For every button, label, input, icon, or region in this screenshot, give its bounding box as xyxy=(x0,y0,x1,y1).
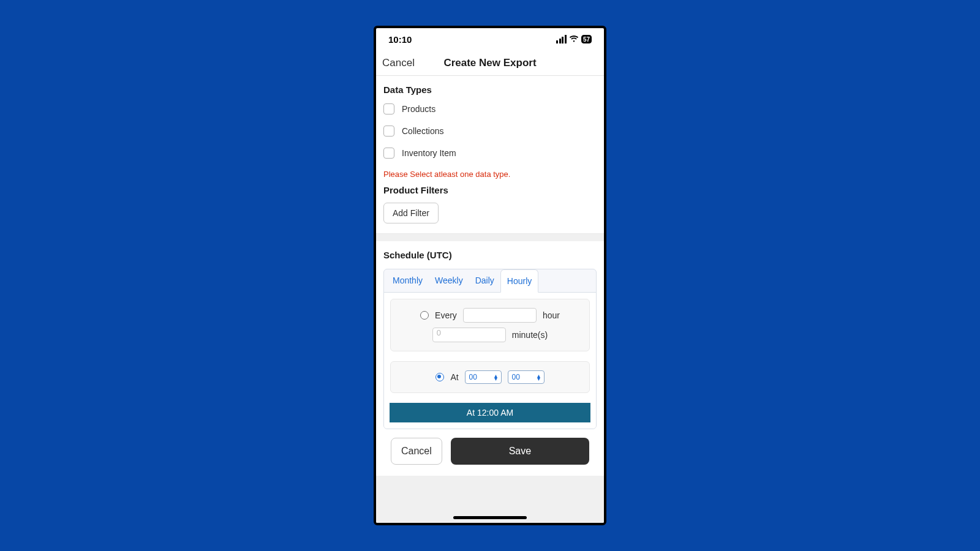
chevron-updown-icon: ▴▾ xyxy=(494,374,497,380)
content-scroll[interactable]: Data Types Products Collections Inventor… xyxy=(376,76,604,523)
data-types-section: Data Types Products Collections Inventor… xyxy=(376,76,604,234)
radio-at[interactable] xyxy=(435,373,444,381)
at-label: At xyxy=(450,372,458,382)
chevron-updown-icon: ▴▾ xyxy=(537,374,540,380)
checkbox-label: Collections xyxy=(402,126,443,136)
product-filters-title: Product Filters xyxy=(383,185,597,195)
home-indicator xyxy=(453,516,527,519)
tabs-body: Every hour 0 minute(s) At xyxy=(384,292,596,429)
phone-frame: 10:10 57 Cancel Create New Export Data T… xyxy=(374,26,606,525)
checkbox-products[interactable] xyxy=(383,103,394,114)
tab-daily[interactable]: Daily xyxy=(469,269,500,292)
option-every: Every hour 0 minute(s) xyxy=(390,299,590,351)
option-at: At 00 ▴▾ 00 ▴▾ xyxy=(390,361,590,393)
schedule-section: Schedule (UTC) Monthly Weekly Daily Hour… xyxy=(376,241,604,476)
status-bar: 10:10 57 xyxy=(376,28,604,50)
radio-every[interactable] xyxy=(420,311,429,320)
schedule-tabs: Monthly Weekly Daily Hourly Every hour xyxy=(383,269,597,429)
at-minute-select[interactable]: 00 ▴▾ xyxy=(508,370,545,384)
tab-monthly[interactable]: Monthly xyxy=(386,269,429,292)
checkbox-label: Products xyxy=(402,104,435,114)
data-types-title: Data Types xyxy=(383,84,597,95)
cancel-button[interactable]: Cancel xyxy=(391,438,442,465)
checkbox-label: Inventory Item xyxy=(402,148,456,158)
at-minute-value: 00 xyxy=(512,373,520,381)
hour-label: hour xyxy=(543,310,560,320)
status-right: 57 xyxy=(556,34,592,45)
cellular-icon xyxy=(556,35,567,43)
schedule-title: Schedule (UTC) xyxy=(383,250,597,260)
validation-error: Please Select atleast one data type. xyxy=(383,170,597,179)
save-button[interactable]: Save xyxy=(451,438,589,465)
status-time: 10:10 xyxy=(388,34,412,45)
nav-cancel-button[interactable]: Cancel xyxy=(382,57,415,69)
every-hour-input[interactable] xyxy=(463,308,537,323)
tab-weekly[interactable]: Weekly xyxy=(429,269,469,292)
tabs-head: Monthly Weekly Daily Hourly xyxy=(384,269,596,292)
schedule-summary: At 12:00 AM xyxy=(390,403,590,422)
nav-bar: Cancel Create New Export xyxy=(376,50,604,76)
checkbox-collections[interactable] xyxy=(383,126,394,137)
wifi-icon xyxy=(569,34,579,45)
add-filter-button[interactable]: Add Filter xyxy=(383,203,439,223)
every-label: Every xyxy=(435,310,457,320)
checkbox-row-collections[interactable]: Collections xyxy=(383,126,597,137)
battery-icon: 57 xyxy=(581,35,592,43)
every-minute-input[interactable]: 0 xyxy=(432,328,506,342)
checkbox-row-products[interactable]: Products xyxy=(383,103,597,114)
at-hour-value: 00 xyxy=(469,373,477,381)
minute-label: minute(s) xyxy=(512,330,548,340)
tab-hourly[interactable]: Hourly xyxy=(500,269,538,293)
checkbox-inventory[interactable] xyxy=(383,148,394,159)
checkbox-row-inventory[interactable]: Inventory Item xyxy=(383,148,597,159)
at-hour-select[interactable]: 00 ▴▾ xyxy=(465,370,502,384)
footer: Cancel Save xyxy=(383,429,597,476)
